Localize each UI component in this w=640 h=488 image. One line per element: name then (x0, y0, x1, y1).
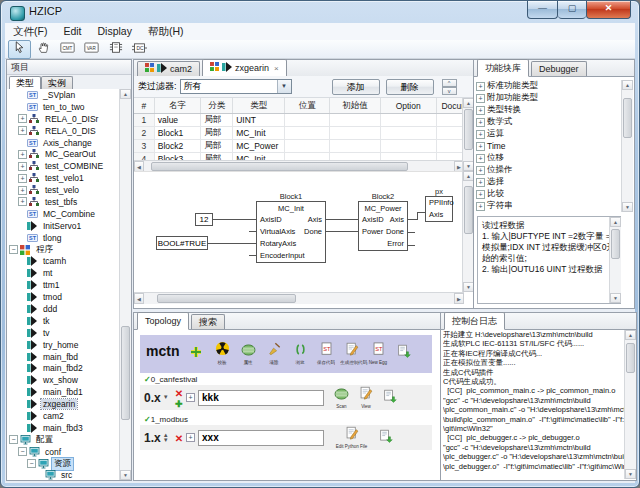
menu-item-h[interactable]: 帮助(H) (140, 23, 192, 40)
pan-tool-button[interactable] (32, 40, 55, 59)
tree-item[interactable]: +test_COMBINE (7, 160, 120, 172)
scroll-thumb[interactable] (151, 162, 408, 171)
edit-python-button[interactable]: Edit Python File (334, 426, 369, 449)
table-cell[interactable] (330, 140, 380, 153)
collapse-icon[interactable]: − (18, 447, 27, 456)
expand-icon[interactable]: + (476, 166, 485, 175)
column-header[interactable]: 初始值 (330, 98, 380, 114)
clean-button[interactable]: 清除 (261, 342, 287, 365)
table-cell[interactable] (380, 114, 436, 127)
scroll-down-icon[interactable]: ▼ (610, 293, 621, 303)
canvas-hscrollbar[interactable]: ◀ ▶ (134, 292, 464, 304)
table-cell[interactable]: 2 (134, 127, 154, 140)
table-row[interactable]: 2Block1局部MC_Init (134, 127, 474, 140)
maximize-button[interactable]: ▢ (558, 1, 586, 19)
input-pin[interactable]: RotaryAxis (260, 238, 296, 250)
tree-item[interactable]: ST_SVplan (7, 89, 120, 101)
table-cell[interactable] (380, 127, 436, 140)
table-cell[interactable]: MC_Init (233, 127, 285, 140)
tree-item[interactable]: STten_to_two (7, 101, 120, 113)
expand-node-icon[interactable]: + (186, 393, 195, 402)
iec-channel[interactable]: 0.x (144, 391, 161, 405)
menu-item-display[interactable]: Display (90, 23, 140, 40)
tree-item[interactable]: main_fbd3 (7, 422, 120, 434)
library-tab-功能块库[interactable]: 功能块库 (477, 59, 529, 77)
connection-tool-button[interactable]: DC (128, 40, 151, 59)
scroll-thumb[interactable] (626, 343, 635, 373)
project-tab-类型[interactable]: 类型 (9, 76, 41, 90)
expand-icon[interactable]: + (18, 162, 27, 171)
library-item[interactable]: +位移 (476, 152, 622, 164)
close-button[interactable]: ✕ (586, 1, 631, 19)
table-row[interactable]: 1value局部UINT (134, 114, 474, 127)
table-cell[interactable] (285, 114, 330, 127)
scroll-thumb[interactable] (611, 229, 620, 259)
expand-icon[interactable]: + (18, 174, 27, 183)
table-cell[interactable]: Block2 (154, 140, 201, 153)
show-code-button[interactable]: ST保存代码 (313, 342, 339, 365)
expand-icon[interactable]: + (476, 94, 485, 103)
tree-item[interactable]: wx_show (7, 374, 120, 386)
library-item[interactable]: +Time (476, 140, 622, 152)
tree-item[interactable]: −配置 (7, 434, 120, 446)
library-item[interactable]: +标准功能类型 (476, 80, 622, 92)
scroll-thumb[interactable] (464, 109, 473, 149)
tree-item[interactable]: STtlong (7, 232, 120, 244)
output-pin[interactable]: Done (304, 226, 322, 238)
delete-variable-button[interactable]: 删除 (386, 79, 434, 95)
expand-icon[interactable]: + (476, 142, 485, 151)
scroll-left-icon[interactable]: ◀ (134, 293, 144, 304)
variable-tool-button[interactable]: VAR (80, 40, 103, 59)
tree-item[interactable]: tcamh (7, 255, 120, 267)
column-header[interactable]: 位置 (285, 98, 330, 114)
view-button[interactable]: View (359, 386, 373, 409)
expand-icon[interactable]: + (476, 106, 485, 115)
table-cell[interactable]: Block1 (154, 127, 201, 140)
tree-item[interactable]: cam2 (7, 410, 120, 422)
channel-down-icon[interactable]: ▼ (163, 395, 169, 400)
expand-icon[interactable]: + (476, 178, 485, 187)
tree-item[interactable]: STAxis_change (7, 137, 120, 149)
fbd-block-Block1[interactable]: Block1MC_InitAxisIDAxisVirtualAxisDoneRo… (256, 201, 326, 263)
tree-item[interactable]: mt (7, 267, 120, 279)
output-pin[interactable]: Error (387, 238, 404, 250)
input-pin[interactable]: AxisID (260, 214, 282, 226)
tree-item[interactable]: ddd (7, 303, 120, 315)
plugin-name-input[interactable]: kkk (198, 390, 324, 406)
move-down-button[interactable]: v (442, 87, 457, 95)
collapse-icon[interactable]: − (9, 435, 18, 444)
export-button[interactable] (383, 389, 397, 407)
add-plugin-button[interactable] (183, 344, 209, 362)
move-up-button[interactable]: ^ (442, 79, 457, 87)
table-cell[interactable]: value (154, 114, 201, 127)
topology-tab-搜索[interactable]: 搜索 (191, 314, 225, 329)
tree-item[interactable]: tmod (7, 291, 120, 303)
table-cell[interactable]: 局部 (201, 140, 233, 153)
channel-updown-icon[interactable]: ▲▼ (163, 433, 169, 443)
table-cell[interactable]: 3 (134, 140, 154, 153)
expand-icon[interactable]: + (18, 126, 27, 135)
tree-item[interactable]: main_fbd2 (7, 362, 120, 374)
plugin-node-row[interactable]: 0.x▼✕✚+kkkScanView (140, 385, 432, 410)
titlebar[interactable]: HZICP — ▢ ✕ (1, 1, 639, 23)
tree-item[interactable]: zxgearin (7, 398, 120, 410)
tree-item[interactable]: +test_tbfs (7, 196, 120, 208)
tree-item[interactable]: −程序 (7, 244, 120, 256)
class-filter-combobox[interactable]: 所有 ▼ (180, 79, 292, 94)
table-cell[interactable] (330, 127, 380, 140)
library-tree[interactable]: +标准功能类型+附加功能类型+类型转换+数学式+运算+Time+位移+位操作+选… (476, 80, 622, 212)
block-tool-button[interactable] (104, 40, 127, 59)
tree-item[interactable]: STMC_Combine (7, 208, 120, 220)
menu-item-f[interactable]: 文件(F) (5, 23, 55, 40)
select-tool-button[interactable] (8, 40, 31, 59)
table-cell[interactable] (285, 140, 330, 153)
scroll-down-icon[interactable]: ▼ (622, 202, 633, 212)
delete-icon[interactable]: ✕ (175, 433, 183, 444)
library-item[interactable]: +类型转换 (476, 104, 622, 116)
tree-item[interactable]: +RELA_0_DISr (7, 113, 120, 125)
table-row[interactable]: 3Block2局部MC_Power (134, 140, 474, 153)
column-header[interactable]: 分类 (201, 98, 233, 114)
topology-tab-Topology[interactable]: Topology (137, 312, 189, 330)
library-item[interactable]: +比较 (476, 188, 622, 200)
expand-icon[interactable]: + (476, 202, 485, 211)
